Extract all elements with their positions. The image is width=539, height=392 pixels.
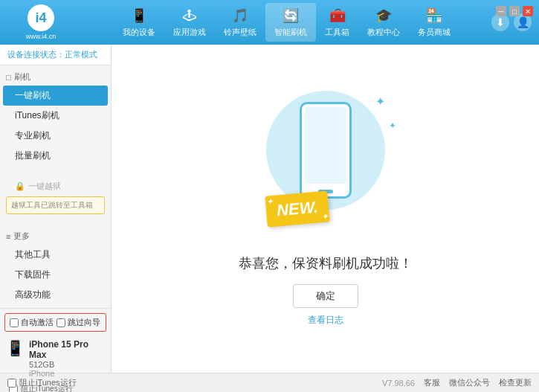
sidebar-item-advanced[interactable]: 高级功能 [0,285,111,305]
skip-guide-label[interactable]: 跳过向导 [57,317,100,328]
status-value: 正常模式 [65,50,97,59]
auto-activate-label[interactable]: 自动激活 [10,317,54,328]
device-phone-icon: 📱 [6,339,25,357]
sidebar-item-itunes-flash[interactable]: iTunes刷机 [0,106,111,126]
auto-activate-text: 自动激活 [21,317,54,328]
my-device-icon: 📱 [130,7,148,25]
footer-left: 阻止iTunes运行 [7,377,77,388]
close-button[interactable]: ✕ [523,6,533,16]
sidebar-item-one-click-flash[interactable]: 一键刷机 [3,86,108,106]
smart-flash-icon: 🔄 [282,7,300,25]
nav-tutorials-label: 教程中心 [367,27,400,38]
more-section-label: 更多 [13,231,30,242]
success-text: 恭喜您，保资料刷机成功啦！ [239,254,413,272]
footer-version: V7.98.66 [382,379,415,388]
nav-smart-flash[interactable]: 🔄 智能刷机 [265,3,316,42]
tutorials-icon: 🎓 [375,7,393,25]
jailbreak-section: 🔒 一键越狱 越狱工具已跳转至工具箱 [0,175,111,219]
sidebar-item-pro-flash[interactable]: 专业刷机 [0,126,111,146]
more-section: ≡ 更多 其他工具 下载固件 高级功能 [0,225,111,308]
skip-guide-checkbox[interactable] [57,318,65,327]
phone-body [300,102,352,199]
nav-items: 📱 我的设备 🕹 应用游戏 🎵 铃声壁纸 🔄 智能刷机 🧰 工具箱 🎓 教程中心… [82,3,491,42]
jailbreak-msg: 越狱工具已跳转至工具箱 [6,196,105,214]
logo-text: www.i4.cn [26,33,57,40]
footer-help[interactable]: 客服 [424,377,440,388]
sparkle1-icon: ✦ [375,94,385,109]
device-info: 📱 iPhone 15 Pro Max 512GB iPhone [4,336,106,381]
nav-my-device-label: 我的设备 [123,27,155,38]
maximize-button[interactable]: □ [509,6,520,16]
confirm-button[interactable]: 确定 [293,284,358,308]
ringtones-icon: 🎵 [231,7,249,25]
nav-toolbox[interactable]: 🧰 工具箱 [316,3,358,42]
toolbox-icon: 🧰 [329,7,346,25]
sidebar-item-download-firmware[interactable]: 下载固件 [0,265,111,285]
logo-icon: i4 [28,4,54,31]
nav-my-device[interactable]: 📱 我的设备 [114,3,164,42]
nav-smart-flash-label: 智能刷机 [274,27,307,38]
flash-section-header: □ 刷机 [0,68,111,86]
nav-apps-games-label: 应用游戏 [173,27,206,38]
sidebar-item-batch-flash[interactable]: 批量刷机 [0,146,111,166]
header: i4 www.i4.cn 📱 我的设备 🕹 应用游戏 🎵 铃声壁纸 🔄 智能刷机… [0,0,539,45]
status-label: 设备连接状态： [7,50,65,59]
footer-itunes-label: 阻止iTunes运行 [19,377,77,388]
minimize-button[interactable]: ─ [496,6,506,16]
window-controls: ─ □ ✕ [496,6,533,16]
lock-icon: 🔒 [15,181,25,191]
flash-section-label: 刷机 [14,71,30,83]
phone-illustration: NEW. ✦ ✦ [259,91,393,240]
sidebar: 设备连接状态：正常模式 □ 刷机 一键刷机 iTunes刷机 专业刷机 批量刷机… [0,45,112,373]
nav-services[interactable]: 🏪 务员商城 [409,3,459,42]
auto-activate-checkbox[interactable] [10,318,19,327]
footer-right: V7.98.66 客服 微信公众号 检查更新 [382,377,532,388]
main-content: NEW. ✦ ✦ 恭喜您，保资料刷机成功啦！ 确定 查看日志 [112,45,539,373]
flash-section: □ 刷机 一键刷机 iTunes刷机 专业刷机 批量刷机 [0,65,111,169]
footer-wechat[interactable]: 微信公众号 [449,377,490,388]
device-storage: 512GB [29,360,105,369]
skip-guide-text: 跳过向导 [68,317,100,328]
footer-checkbox[interactable] [7,379,16,388]
flash-section-icon: □ [6,73,11,82]
phone-screen [305,107,346,184]
sidebar-item-other-tools[interactable]: 其他工具 [0,245,111,265]
nav-apps-games[interactable]: 🕹 应用游戏 [164,3,215,42]
log-link[interactable]: 查看日志 [308,314,343,327]
new-badge: NEW. [265,190,329,227]
nav-ringtones-label: 铃声壁纸 [224,27,256,38]
more-section-header: ≡ 更多 [0,228,111,245]
auto-actions-panel: 自动激活 跳过向导 [4,313,106,332]
main-container: 设备连接状态：正常模式 □ 刷机 一键刷机 iTunes刷机 专业刷机 批量刷机… [0,45,539,373]
footer-check-update[interactable]: 检查更新 [499,377,532,388]
apps-games-icon: 🕹 [181,7,199,25]
sparkle2-icon: ✦ [389,121,396,131]
jailbreak-disabled: 🔒 一键越狱 [0,178,111,195]
device-details: iPhone 15 Pro Max 512GB iPhone [29,339,105,378]
nav-tutorials[interactable]: 🎓 教程中心 [358,3,409,42]
services-icon: 🏪 [425,7,443,25]
logo: i4 www.i4.cn [7,4,74,40]
nav-toolbox-label: 工具箱 [325,27,349,38]
more-section-icon: ≡ [6,232,10,241]
jailbreak-label: 一键越狱 [28,181,61,192]
device-name: iPhone 15 Pro Max [29,339,105,360]
nav-ringtones[interactable]: 🎵 铃声壁纸 [215,3,265,42]
nav-services-label: 务员商城 [418,27,451,38]
sidebar-status: 设备连接状态：正常模式 [0,45,111,65]
